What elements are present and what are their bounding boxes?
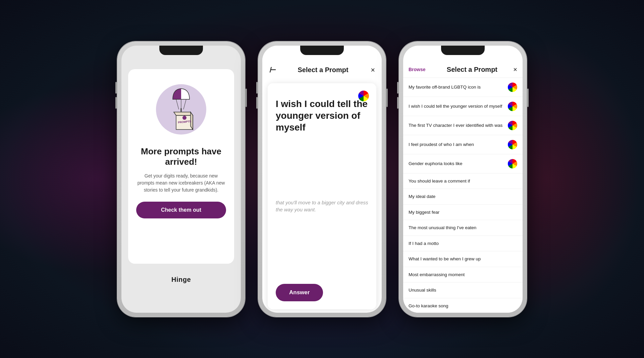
prompt-card: I wish I could tell the younger version … bbox=[268, 83, 376, 309]
list-item[interactable]: My ideal date bbox=[403, 189, 523, 205]
list-item[interactable]: You should leave a comment if bbox=[403, 173, 523, 189]
list-item[interactable]: Most embarrassing moment bbox=[403, 267, 523, 283]
answer-button[interactable]: Answer bbox=[276, 284, 323, 301]
list-item[interactable]: The most unusual thing I've eaten bbox=[403, 220, 523, 236]
promo-title: More prompts have arrived! bbox=[136, 146, 226, 167]
left-phone-screen: PROMPTS More prompts have arrived! Get y… bbox=[121, 46, 241, 313]
list-item[interactable]: My biggest fear bbox=[403, 205, 523, 220]
list-item[interactable]: I feel proudest of who I am when bbox=[403, 135, 523, 154]
list-item[interactable]: I wish I could tell the younger version … bbox=[403, 97, 523, 116]
svg-point-6 bbox=[182, 116, 186, 120]
list-item[interactable]: Go-to karaoke song bbox=[403, 298, 523, 313]
pride-badge bbox=[358, 90, 370, 102]
volume-down-button bbox=[397, 97, 398, 109]
right-phone: Browse Select a Prompt × My favorite off… bbox=[399, 42, 527, 317]
promo-illustration: PROMPTS bbox=[148, 79, 215, 140]
prompt-list-text: Go-to karaoke song bbox=[409, 303, 517, 309]
list-item[interactable]: Unusual skills bbox=[403, 283, 523, 298]
prompt-list-text: My favorite off-brand LGBTQ icon is bbox=[409, 84, 505, 90]
power-button bbox=[246, 89, 247, 107]
phone-notch bbox=[441, 46, 485, 55]
close-icon[interactable]: × bbox=[371, 66, 375, 74]
middle-phone-screen: ⊢ Select a Prompt × I wish I could tell … bbox=[262, 46, 382, 313]
volume-up-button bbox=[256, 82, 258, 94]
prompt-list-text: If I had a motto bbox=[409, 241, 517, 247]
svg-rect-7 bbox=[180, 108, 182, 112]
prompt-list-text: Unusual skills bbox=[409, 287, 517, 293]
prompt-list-text: You should leave a comment if bbox=[409, 178, 517, 184]
list-item[interactable]: Gender euphoria looks like bbox=[403, 154, 523, 173]
prompt-list-text: What I wanted to be when I grew up bbox=[409, 256, 517, 262]
middle-phone: ⊢ Select a Prompt × I wish I could tell … bbox=[258, 42, 386, 317]
hinge-logo: Hinge bbox=[171, 270, 191, 289]
pride-badge-icon bbox=[508, 102, 517, 111]
browse-tab[interactable]: Browse bbox=[409, 67, 431, 72]
left-phone: PROMPTS More prompts have arrived! Get y… bbox=[117, 42, 245, 317]
prompt-hint: that you'll move to a bigger city and dr… bbox=[276, 199, 368, 213]
phone-notch bbox=[159, 46, 203, 55]
volume-down-button bbox=[115, 97, 117, 109]
list-item[interactable]: If I had a motto bbox=[403, 236, 523, 252]
promo-description: Get your digits ready, because new promp… bbox=[136, 172, 226, 194]
modal-title: Select a Prompt bbox=[298, 66, 348, 74]
prompt-list-text: The first TV character I ever identified… bbox=[409, 122, 505, 129]
promo-card: PROMPTS More prompts have arrived! Get y… bbox=[128, 69, 234, 264]
power-button bbox=[386, 89, 388, 107]
parachute-illustration: PROMPTS bbox=[148, 79, 215, 140]
prompt-list-text: My biggest fear bbox=[409, 209, 517, 215]
pride-badge-icon bbox=[508, 140, 517, 149]
pride-badge-icon bbox=[508, 83, 517, 92]
prompt-list-text: The most unusual thing I've eaten bbox=[409, 225, 517, 231]
right-modal-title: Select a Prompt bbox=[431, 66, 514, 73]
prompt-list-text: I wish I could tell the younger version … bbox=[409, 103, 505, 109]
pride-badge-icon bbox=[508, 159, 517, 168]
prompt-text: I wish I could tell the younger version … bbox=[276, 98, 368, 133]
phone-notch bbox=[300, 46, 344, 55]
prompt-list-text: Gender euphoria looks like bbox=[409, 161, 505, 167]
power-button bbox=[527, 89, 529, 107]
volume-up-button bbox=[397, 82, 398, 94]
prompt-list-text: Most embarrassing moment bbox=[409, 272, 517, 278]
hinge-h-logo: ⊢ bbox=[269, 66, 275, 74]
volume-up-button bbox=[115, 82, 117, 94]
right-phone-screen: Browse Select a Prompt × My favorite off… bbox=[403, 46, 523, 313]
check-them-out-button[interactable]: Check them out bbox=[136, 202, 226, 218]
prompt-list-text: I feel proudest of who I am when bbox=[409, 142, 505, 148]
volume-down-button bbox=[256, 97, 258, 109]
prompt-list: My favorite off-brand LGBTQ icon is I wi… bbox=[403, 78, 523, 313]
prompt-list-text: My ideal date bbox=[409, 194, 517, 200]
pride-badge-icon bbox=[508, 121, 517, 130]
list-item[interactable]: My favorite off-brand LGBTQ icon is bbox=[403, 78, 523, 97]
list-item[interactable]: The first TV character I ever identified… bbox=[403, 116, 523, 135]
list-item[interactable]: What I wanted to be when I grew up bbox=[403, 251, 523, 267]
close-icon[interactable]: × bbox=[513, 66, 517, 73]
